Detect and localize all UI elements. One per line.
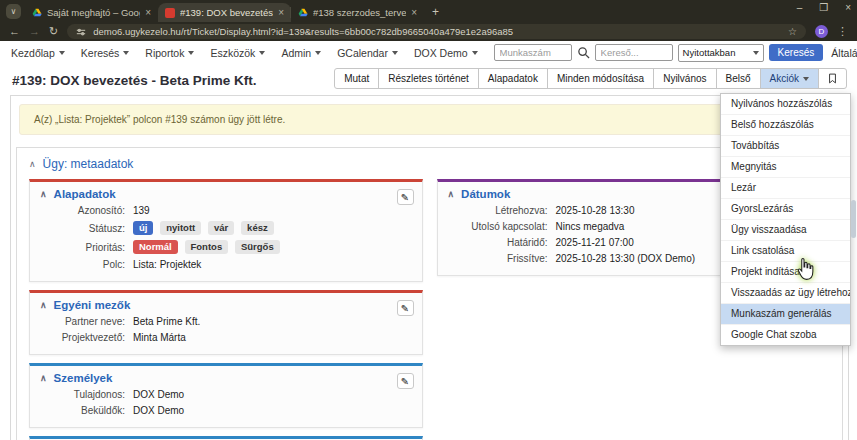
browser-tab-docx[interactable]: #138 szerzodes_tervezet.docx × [291,3,424,22]
field-row: Prioritás: Normál Fontos Sürgős [30,240,422,254]
field-label: Beküldők: [30,405,133,416]
profile-avatar[interactable]: D [815,25,828,38]
chevron-down-icon [753,51,759,58]
bookmark-star-icon[interactable]: ☆ [788,26,797,37]
search-button[interactable]: Keresés [769,44,824,61]
ticket-favicon-icon [165,8,175,18]
nav-admin[interactable]: Admin [281,47,321,59]
chevron-down-icon [123,51,129,58]
panel-title: Dátumok [461,188,510,200]
url-toolbar: ← → ↻ demo6.ugykezelo.hu/rt/Ticket/Displ… [0,22,857,41]
search-icon[interactable] [577,46,590,59]
browser-tab-drive[interactable]: Saját meghajtó – Google Drive × [25,3,158,22]
menu-item-projekt-inditasa[interactable]: Projekt indítása [721,262,850,283]
url-bar[interactable]: demo6.ugykezelo.hu/rt/Ticket/Display.htm… [67,24,806,39]
priority-badge-fontos[interactable]: Fontos [185,240,229,254]
chevron-up-icon: ∧ [29,159,36,169]
reload-button[interactable]: ↻ [49,26,58,37]
panel-title: Személyek [54,372,113,384]
panel-header[interactable]: ∧ Alapadatok [30,182,422,205]
nav-riportok[interactable]: Riportok [145,47,194,59]
panel-header[interactable]: ∧ Személyek [30,366,422,389]
tab-nyilvanos[interactable]: Nyilvános [653,69,715,88]
chevron-down-icon [392,51,398,58]
google-drive-icon [298,8,308,18]
tab-reszletes-tortenet[interactable]: Részletes történet [378,69,478,88]
field-value: 2025-10-28 13:30 (DOX Demo) [556,253,696,264]
bookmark-button[interactable] [818,69,846,88]
edit-button[interactable]: ✎ [397,373,414,389]
menu-item-link-csatolasa[interactable]: Link csatolása [721,241,850,262]
forward-button[interactable]: → [29,26,40,37]
priority-badge-normal[interactable]: Normál [133,240,178,254]
status-badge-nyitott[interactable]: nyitott [160,221,201,235]
close-button[interactable]: × [845,2,851,13]
menu-item-tovabbitas[interactable]: Továbbítás [721,136,850,157]
field-value: 2025-11-21 07:00 [556,237,634,248]
panel-alapadatok: ∧ Alapadatok ✎ Azonosító: 139 Státusz: ú… [29,179,423,282]
field-value: Lista: Projektek [133,259,201,270]
new-tab-button[interactable]: + [432,5,439,19]
search-scope-select[interactable]: Nyitottakban [678,44,764,62]
menu-item-gyorslezaras[interactable]: GyorsLezárás [721,199,850,220]
screen: ∨ Saját meghajtó – Google Drive × #139: … [0,0,857,440]
tab-close-icon[interactable]: × [145,7,151,18]
nav-kezdolap[interactable]: Kezdőlap [11,47,65,59]
section-title-row[interactable]: ∧ Ügy: metaadatok [17,148,842,179]
chevron-down-icon [472,51,478,58]
browser-chrome: ∨ Saját meghajtó – Google Drive × #139: … [0,0,857,41]
scrollbar[interactable] [851,200,856,238]
field-label: Utolsó kapcsolat: [438,221,556,232]
search-input[interactable] [595,44,673,61]
back-button[interactable]: ← [9,26,20,37]
altalanos-menu[interactable]: Általános [831,47,857,59]
tab-search-button[interactable]: ∨ [6,4,21,19]
nav-gcalendar[interactable]: GCalendar [337,47,398,59]
status-badge-uj[interactable]: új [133,221,153,235]
chevron-up-icon: ∧ [40,300,47,310]
field-row: Tulajdonos: DOX Demo [30,389,422,400]
status-badge-kesz[interactable]: kész [241,221,274,235]
browser-tab-ticket[interactable]: #139: DOX bevezetés - Beta Pri × [158,3,291,22]
menu-item-munkaszam-generalas[interactable]: Munkaszám generálás [721,304,850,325]
field-row: Státusz: új nyitott vár kész [30,221,422,235]
tab-alapadatok[interactable]: Alapadatok [478,69,547,88]
nav-kereses[interactable]: Keresés [81,47,130,59]
field-label: Azonosító: [30,205,133,216]
ticket-header: #139: DOX bevezetés - Beta Prime Kft. Mu… [0,64,857,95]
tab-minden-modositasa[interactable]: Minden módosítása [547,69,653,88]
menu-item-google-chat-szoba[interactable]: Google Chat szoba [721,325,850,345]
munkaszam-input[interactable] [494,44,572,61]
tab-close-icon[interactable]: × [278,7,284,18]
menu-item-nyilvanos-hozzaszolas[interactable]: Nyilvános hozzászólás [721,94,850,115]
tab-close-icon[interactable]: × [411,7,417,18]
priority-badges: Normál Fontos Sürgős [133,240,284,254]
menu-item-megnyitas[interactable]: Megnyitás [721,157,850,178]
field-value: DOX Demo [133,405,184,416]
edit-button[interactable]: ✎ [397,189,414,205]
tab-mutat[interactable]: Mutat [335,69,378,88]
minimize-button[interactable]: – [797,2,803,13]
menu-item-belso-hozzaszolas[interactable]: Belső hozzászólás [721,115,850,136]
status-badge-var[interactable]: vár [208,221,234,235]
tab-strip: ∨ Saját meghajtó – Google Drive × #139: … [0,0,857,22]
tab-belso[interactable]: Belső [716,69,760,88]
nav-user-menu[interactable]: DOX Demo [414,47,478,59]
menu-item-visszaadas-letrehozonak[interactable]: Visszaadás az ügy létrehozójának [721,283,850,304]
maximize-button[interactable]: ❐ [819,2,828,13]
browser-menu-icon[interactable]: ⋮ [837,25,848,38]
tab-akciok[interactable]: Akciók [760,69,818,88]
site-info-icon[interactable] [76,27,86,37]
field-row: Partner neve: Beta Prime Kft. [30,316,422,327]
edit-button[interactable]: ✎ [397,300,414,316]
priority-badge-surgos[interactable]: Sürgős [235,240,280,254]
nav-eszkozok[interactable]: Eszközök [210,47,265,59]
panel-egyeni-mezok: ∧ Egyéni mezők ✎ Partner neve: Beta Prim… [29,290,423,355]
field-row: Beküldők: DOX Demo [30,405,422,416]
field-label: Projektvezető: [30,332,133,343]
field-value: DOX Demo [133,389,184,400]
app-nav: Kezdőlap Keresés Riportok Eszközök Admin… [0,41,857,64]
menu-item-ugy-visszaadasa[interactable]: Ügy visszaadása [721,220,850,241]
panel-header[interactable]: ∧ Egyéni mezők [30,293,422,316]
menu-item-lezar[interactable]: Lezár [721,178,850,199]
